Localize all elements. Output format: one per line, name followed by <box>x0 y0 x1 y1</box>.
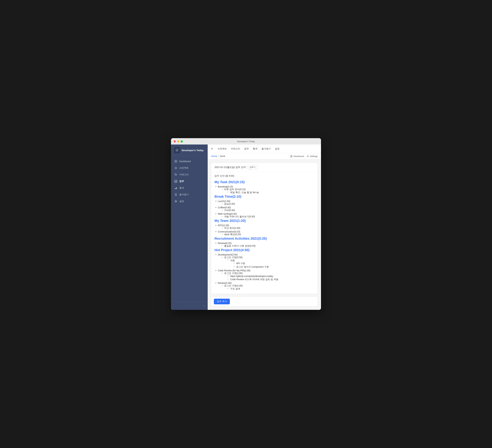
maximize-button[interactable] <box>181 140 183 143</box>
sidebar-item-tasks[interactable]: 업무 <box>171 178 208 185</box>
task-group-break-time: Break Time(2:10) Lunch(1:00) 점심(1:00) Co <box>215 195 314 218</box>
breadcrumb-current: Work <box>220 155 225 157</box>
task-group-my-team: My Team 2021(1:20) MTG(1:00) 주간 회의(1:00) <box>215 219 314 236</box>
list-item: 하루 업무 준비(0:15) 메일 확인, 오늘 할 일 list up <box>221 188 314 194</box>
task-group-title-break-time: Break Time(2:10) <box>215 195 314 198</box>
window-title: Developer's Today <box>237 140 255 143</box>
svg-rect-9 <box>176 188 176 189</box>
list-item: 로그인 구현(2:50) 내용 API 구현 로그인 페이지 Component… <box>221 256 314 268</box>
summary-label: 업무 요약 (총 9:00) <box>215 174 314 177</box>
task-list-hot-project: Development(2:50) 로그인 구현(2:50) 내용 <box>215 253 314 290</box>
sidebar-item-settings-label: 설정 <box>179 200 184 203</box>
minimize-button[interactable] <box>177 140 179 143</box>
list-item: 메일 확인, 오늘 할 일 list up <box>227 191 314 194</box>
sidebar-app-name: Developer's Today <box>182 149 204 152</box>
sidebar-item-category[interactable]: 카테고리 <box>171 171 208 178</box>
settings-link-icon <box>307 155 309 157</box>
sidebar-collapse-button[interactable]: ‹ <box>204 304 204 307</box>
list-item: 커피(0:40) <box>221 209 314 212</box>
list-item: 주간 회의(1:00) <box>221 227 314 230</box>
sidebar-item-dashboard-label: Dashboard <box>179 160 191 163</box>
breadcrumb-bar: Home / Work Dashboard <box>208 153 321 159</box>
list-icon <box>174 166 177 170</box>
list-item: slack 확인(0:20) <box>221 233 314 236</box>
bottom-card: 업무 추가 <box>211 296 318 306</box>
app-window: Developer's Today ☑ Developer's Today <box>171 138 321 310</box>
dashboard-link-icon <box>290 155 293 157</box>
topnav-category[interactable]: 카테고리 <box>231 147 240 150</box>
topnav: ≡ 프로젝트 카테고리 업무 통계 즐겨찾기 설정 <box>208 144 321 153</box>
svg-rect-8 <box>175 188 175 189</box>
task-group-my-task: My Task 2021(0:15) Boosting(0:15) 하루 업무 … <box>215 180 314 194</box>
dashboard-link[interactable]: Dashboard <box>290 155 304 157</box>
sidebar-item-settings[interactable]: 설정 <box>171 198 208 205</box>
sidebar-item-projects-label: 프로젝트 <box>179 166 189 170</box>
sidebar-item-stats[interactable]: 통계 <box>171 185 208 191</box>
list-item: 로그인 구현(1:00) 구조 설계 <box>221 284 314 290</box>
svg-point-6 <box>175 174 175 174</box>
window-controls <box>174 140 183 143</box>
main-content: ≡ 프로젝트 카테고리 업무 통계 즐겨찾기 설정 Home / Work <box>208 144 321 310</box>
sidebar-item-tasks-label: 업무 <box>179 180 184 183</box>
sidebar-item-category-label: 카테고리 <box>179 173 189 176</box>
task-group-title-recruitment: Recruitment Activities 2021(0:25) <box>215 237 314 241</box>
breadcrumb-separator: / <box>218 155 219 157</box>
sidebar-nav: Dashboard 프로젝트 <box>171 156 208 301</box>
svg-point-13 <box>308 156 308 156</box>
topnav-projects[interactable]: 프로젝트 <box>217 147 227 150</box>
task-list-my-team: MTG(1:00) 주간 회의(1:00) Communication(0:20… <box>215 224 314 236</box>
sidebar-item-dashboard[interactable]: Dashboard <box>171 158 208 165</box>
svg-rect-12 <box>291 156 292 157</box>
list-item: 점심(1:00) <box>221 203 314 205</box>
list-item: 홍길동 이력서 서류 검토(0:25) <box>221 244 314 247</box>
list-item: Lunch(1:00) 점심(1:00) <box>215 200 314 205</box>
sidebar-collapse-area: ‹ <box>171 301 208 310</box>
topnav-settings[interactable]: 설정 <box>275 147 279 150</box>
list-item: 내용 API 구현 로그인 페이지 Component 구현 <box>227 259 314 268</box>
app-logo-icon: ☑ <box>174 147 180 153</box>
task-group-recruitment: Recruitment Activities 2021(0:25) Review… <box>215 237 314 247</box>
list-item: 구조 설계 <box>227 287 314 290</box>
collapse-button[interactable]: 감추기 <box>248 165 257 169</box>
task-group-title-my-task: My Task 2021(0:15) <box>215 180 314 184</box>
chart-icon <box>174 186 177 190</box>
svg-rect-10 <box>176 187 177 189</box>
topnav-stats[interactable]: 통계 <box>253 147 257 150</box>
task-list-recruitment: Review(0:25) 홍길동 이력서 서류 검토(0:25) <box>215 242 314 247</box>
section-date: 2021-01-11(월요일) 업무 요약 <box>215 166 246 169</box>
dashboard-icon <box>174 160 177 163</box>
task-list-my-task: Boosting(0:15) 하루 업무 준비(0:15) 메일 확인, 오늘 … <box>215 185 314 194</box>
sidebar-item-favorites[interactable]: 즐겨찾기 <box>171 191 208 198</box>
sidebar-item-stats-label: 통계 <box>179 186 184 190</box>
bookmark-icon <box>174 193 177 196</box>
list-item: Boosting(0:15) 하루 업무 준비(0:15) 메일 확인, 오늘 … <box>215 185 314 194</box>
add-task-button[interactable]: 업무 추가 <box>214 299 230 304</box>
breadcrumb: Home / Work <box>211 155 225 157</box>
breadcrumb-home[interactable]: Home <box>211 155 217 157</box>
svg-point-11 <box>175 201 176 202</box>
list-item: Development(2:50) 로그인 구현(2:50) 내용 <box>215 253 314 268</box>
topnav-menu: 프로젝트 카테고리 업무 통계 즐겨찾기 설정 <box>217 147 279 150</box>
sidebar-header: ☑ Developer's Today <box>171 144 208 156</box>
content-area: 2021-01-11(월요일) 업무 요약 감추기 업무 요약 (총 9:00)… <box>208 159 321 310</box>
close-button[interactable] <box>174 140 176 143</box>
topnav-tasks[interactable]: 업무 <box>244 147 249 150</box>
list-item: 로그인 구현(1:00) https://github.com/pistis/d… <box>221 272 314 281</box>
task-list-break-time: Lunch(1:00) 점심(1:00) Coffee(0:40) 커피(0:4… <box>215 200 314 218</box>
list-item: Coffee(0:40) 커피(0:40) <box>215 206 314 212</box>
task-group-hot-project: Hot Project 2021(4:50) Development(2:50)… <box>215 248 314 290</box>
topnav-favorites[interactable]: 즐겨찾기 <box>262 147 271 150</box>
sidebar: ☑ Developer's Today Dashboard <box>171 144 208 310</box>
sidebar-item-projects[interactable]: 프로젝트 <box>171 165 208 171</box>
gear-icon <box>174 200 177 203</box>
tag-icon <box>174 173 177 176</box>
svg-point-1 <box>175 161 176 162</box>
list-item: Code Review 피드백 XXX에 대한 검토 및 적용 <box>227 278 314 281</box>
settings-link[interactable]: Settings <box>307 155 318 157</box>
breadcrumb-actions: Dashboard Settings <box>290 155 318 157</box>
work-summary-card: 2021-01-11(월요일) 업무 요약 감추기 업무 요약 (총 9:00)… <box>211 163 318 294</box>
list-item: Communication(0:20) slack 확인(0:20) <box>215 230 314 236</box>
list-item: MTG(1:00) 주간 회의(1:00) <box>215 224 314 230</box>
hamburger-icon[interactable]: ≡ <box>211 147 213 151</box>
app-body: ☑ Developer's Today Dashboard <box>171 144 321 310</box>
